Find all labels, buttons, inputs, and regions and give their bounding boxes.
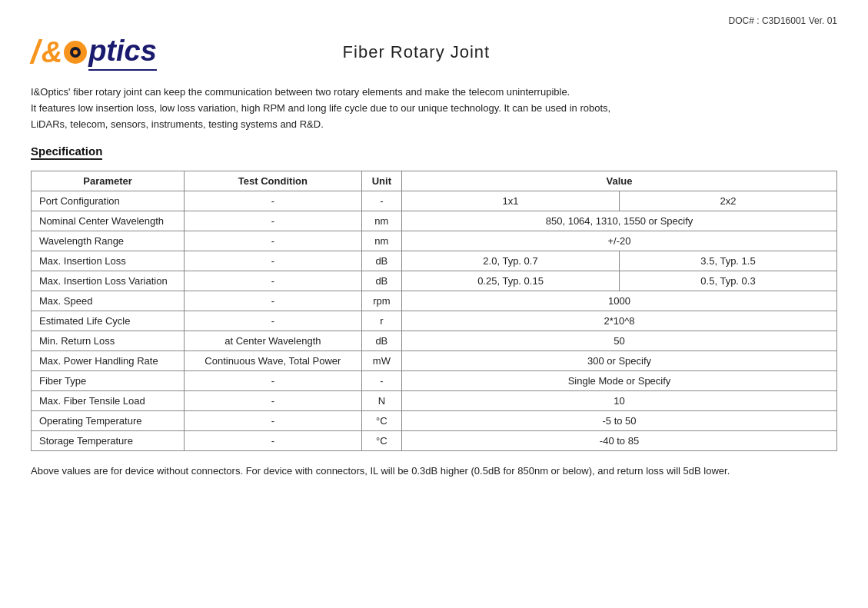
cell-value: -5 to 50 (402, 411, 837, 431)
cell-unit: mW (361, 351, 401, 371)
logo-eye-icon (64, 41, 87, 64)
cell-value-2x2: 2x2 (620, 191, 837, 211)
cell-unit: dB (361, 251, 401, 271)
cell-parameter: Operating Temperature (32, 411, 185, 431)
table-row: Max. Insertion Loss Variation-dB0.25, Ty… (32, 271, 837, 291)
table-row: Port Configuration--1x12x2 (32, 191, 837, 211)
cell-value: 850, 1064, 1310, 1550 or Specify (402, 211, 837, 231)
cell-value-1x1: 2.0, Typ. 0.7 (402, 251, 620, 271)
cell-parameter: Estimated Life Cycle (32, 311, 185, 331)
logo-ampersand: & (42, 36, 62, 69)
cell-test-condition: Continuous Wave, Total Power (185, 351, 362, 371)
cell-value-1x1: 0.25, Typ. 0.15 (402, 271, 620, 291)
title-area: Fiber Rotary Joint (157, 42, 676, 62)
table-row: Estimated Life Cycle-r2*10^8 (32, 311, 837, 331)
cell-value-2x2: 3.5, Typ. 1.5 (620, 251, 837, 271)
cell-test-condition: - (185, 251, 362, 271)
logo-text: ptics (88, 35, 157, 71)
cell-parameter: Max. Fiber Tensile Load (32, 391, 185, 411)
logo-eye-pupil (73, 50, 78, 55)
cell-value: Single Mode or Specify (402, 371, 837, 391)
table-row: Storage Temperature-°C-40 to 85 (32, 431, 837, 451)
table-row: Operating Temperature-°C-5 to 50 (32, 411, 837, 431)
page-title: Fiber Rotary Joint (343, 42, 491, 61)
cell-unit: rpm (361, 291, 401, 311)
cell-unit: °C (361, 411, 401, 431)
cell-parameter: Min. Return Loss (32, 331, 185, 351)
cell-test-condition: - (185, 191, 362, 211)
table-row: Max. Power Handling RateContinuous Wave,… (32, 351, 837, 371)
doc-reference: DOC# : C3D16001 Ver. 01 (31, 15, 837, 26)
cell-unit: nm (361, 231, 401, 251)
cell-unit: r (361, 311, 401, 331)
col-header-parameter: Parameter (32, 171, 185, 191)
cell-value-1x1: 1x1 (402, 191, 620, 211)
cell-test-condition: - (185, 391, 362, 411)
col-header-unit: Unit (361, 171, 401, 191)
cell-value-2x2: 0.5, Typ. 0.3 (620, 271, 837, 291)
cell-test-condition: - (185, 291, 362, 311)
cell-unit: dB (361, 331, 401, 351)
cell-value: -40 to 85 (402, 431, 837, 451)
cell-parameter: Max. Speed (32, 291, 185, 311)
cell-parameter: Storage Temperature (32, 431, 185, 451)
cell-unit: N (361, 391, 401, 411)
table-row: Max. Speed-rpm1000 (32, 291, 837, 311)
table-row: Max. Fiber Tensile Load-N10 (32, 391, 837, 411)
table-row: Nominal Center Wavelength-nm850, 1064, 1… (32, 211, 837, 231)
col-header-value: Value (402, 171, 837, 191)
description-line-2: It features low insertion loss, low loss… (31, 101, 837, 117)
table-row: Max. Insertion Loss-dB2.0, Typ. 0.73.5, … (32, 251, 837, 271)
cell-test-condition: - (185, 431, 362, 451)
cell-test-condition: at Center Wavelength (185, 331, 362, 351)
section-title: Specification (31, 145, 102, 160)
description-line-1: I&Optics' fiber rotary joint can keep th… (31, 85, 837, 101)
table-row: Fiber Type--Single Mode or Specify (32, 371, 837, 391)
header-area: / & ptics Fiber Rotary Joint (31, 34, 837, 71)
cell-value: 50 (402, 331, 837, 351)
cell-unit: °C (361, 431, 401, 451)
cell-parameter: Nominal Center Wavelength (32, 211, 185, 231)
cell-parameter: Max. Insertion Loss (32, 251, 185, 271)
cell-value: 10 (402, 391, 837, 411)
logo-eye-inner (70, 47, 81, 58)
cell-test-condition: - (185, 211, 362, 231)
cell-parameter: Max. Power Handling Rate (32, 351, 185, 371)
section-title-wrapper: Specification (31, 145, 837, 164)
logo: / & ptics (31, 34, 157, 71)
cell-test-condition: - (185, 271, 362, 291)
cell-value: 1000 (402, 291, 837, 311)
table-row: Min. Return Lossat Center WavelengthdB50 (32, 331, 837, 351)
cell-parameter: Port Configuration (32, 191, 185, 211)
cell-unit: - (361, 371, 401, 391)
description-line-3: LiDARs, telecom, sensors, instruments, t… (31, 117, 837, 133)
cell-unit: - (361, 191, 401, 211)
cell-parameter: Wavelength Range (32, 231, 185, 251)
note: Above values are for device without conn… (31, 463, 837, 480)
logo-slash: / (31, 34, 40, 71)
cell-unit: dB (361, 271, 401, 291)
description: I&Optics' fiber rotary joint can keep th… (31, 85, 837, 132)
cell-test-condition: - (185, 231, 362, 251)
cell-value: 2*10^8 (402, 311, 837, 331)
cell-test-condition: - (185, 411, 362, 431)
cell-value: +/-20 (402, 231, 837, 251)
cell-parameter: Max. Insertion Loss Variation (32, 271, 185, 291)
cell-test-condition: - (185, 371, 362, 391)
cell-test-condition: - (185, 311, 362, 331)
cell-parameter: Fiber Type (32, 371, 185, 391)
cell-unit: nm (361, 211, 401, 231)
col-header-test-condition: Test Condition (185, 171, 362, 191)
table-row: Wavelength Range-nm+/-20 (32, 231, 837, 251)
page: DOC# : C3D16001 Ver. 01 / & ptics Fiber … (0, 0, 868, 608)
table-header-row: Parameter Test Condition Unit Value (32, 171, 837, 191)
spec-table: Parameter Test Condition Unit Value Port… (31, 171, 837, 451)
cell-value: 300 or Specify (402, 351, 837, 371)
